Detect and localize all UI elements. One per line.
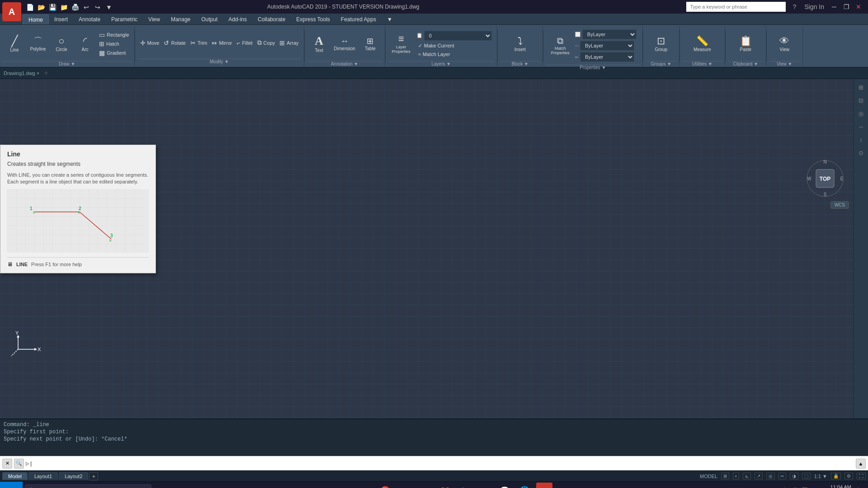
search-input[interactable] (686, 2, 786, 12)
start-button[interactable]: ⊞ (0, 482, 23, 488)
tab-manage[interactable]: Manage (165, 14, 196, 24)
polar-btn[interactable]: ↗ (755, 473, 763, 479)
view-button[interactable]: 👁 View (773, 28, 796, 60)
layout1-tab[interactable]: Layout1 (28, 472, 58, 480)
lineweight-btn[interactable]: ═ (778, 473, 786, 479)
tab-home[interactable]: Home (23, 14, 49, 24)
tab-addins[interactable]: Add-ins (223, 14, 252, 24)
layer-dropdown[interactable]: 0 (424, 31, 492, 41)
qa-new[interactable]: 📄 (25, 2, 35, 12)
minimize-btn[interactable]: ─ (829, 2, 839, 12)
trim-button[interactable]: ✂ Trim (189, 39, 209, 47)
qa-save[interactable]: 💾 (47, 2, 57, 12)
table-button[interactable]: ⊞ Table (359, 28, 382, 60)
layout2-tab[interactable]: Layout2 (59, 472, 88, 480)
taskbar-cortana[interactable]: ⭕ (377, 483, 393, 488)
transparency-btn[interactable]: ◑ (790, 473, 798, 479)
move-button[interactable]: ✛ Move (138, 39, 161, 47)
taskbar-browser[interactable]: 🌐 (516, 483, 533, 488)
sidebar-btn-6[interactable]: ⊙ (855, 147, 867, 159)
settings-btn[interactable]: ⚙ (844, 473, 853, 479)
match-layer-button[interactable]: ≈ Match Layer (416, 51, 492, 57)
restore-btn[interactable]: ❐ (841, 2, 851, 12)
taskbar-explorer[interactable]: 📁 (437, 483, 453, 488)
sign-in-btn[interactable]: Sign In (802, 2, 827, 12)
sidebar-btn-2[interactable]: ⊟ (855, 94, 867, 106)
cmd-scroll-btn[interactable]: ▲ (856, 459, 866, 469)
rectangle-button[interactable]: ▭ Rectangle (97, 31, 131, 39)
circle-button[interactable]: ○ Circle (50, 28, 73, 60)
taskbar-task-view[interactable]: ⊡ (397, 483, 413, 488)
sidebar-btn-1[interactable]: ⊞ (855, 81, 867, 93)
gradient-button[interactable]: ▦ Gradient (97, 49, 131, 57)
cmdline-text-input[interactable] (35, 460, 854, 467)
fillet-button[interactable]: ⌐ Fillet (235, 39, 254, 47)
taskbar-search[interactable]: 🔍 (25, 484, 151, 488)
line-button[interactable]: ╱ Line (3, 28, 26, 60)
qa-redo[interactable]: ↪ (93, 2, 103, 12)
grid-btn[interactable]: ⊞ (721, 473, 729, 479)
tab-output[interactable]: Output (196, 14, 223, 24)
close-btn[interactable]: ✕ (854, 2, 863, 12)
group-button[interactable]: ⊡ Group (650, 28, 672, 60)
tab-parametric[interactable]: Parametric (106, 14, 143, 24)
qa-print[interactable]: 🖨️ (70, 2, 80, 12)
qa-undo[interactable]: ↩ (81, 2, 91, 12)
snap-btn[interactable]: ▪ (733, 473, 739, 479)
array-button[interactable]: ⊞ Array (278, 39, 300, 47)
osnap-btn[interactable]: ◎ (766, 473, 775, 479)
mirror-button[interactable]: ⇔ Mirror (210, 39, 234, 47)
insert-button[interactable]: ⤵ Insert (509, 28, 531, 60)
taskbar-edge[interactable]: ℯ (417, 483, 433, 488)
taskbar-store[interactable]: 🛍 (457, 483, 473, 488)
taskbar-acad[interactable]: A (536, 483, 552, 488)
copy-button[interactable]: ⧉ Copy (255, 38, 277, 47)
rotate-button[interactable]: ↺ Rotate (162, 39, 187, 47)
arc-icon: ◜ (83, 36, 87, 46)
text-button[interactable]: A Text (308, 28, 330, 60)
linetype-dropdown[interactable]: ByLayer (580, 41, 634, 51)
measure-button[interactable]: 📏 Measure (691, 28, 714, 60)
color-dropdown[interactable]: ByLayer (582, 29, 637, 39)
taskbar-mail[interactable]: ✉ (476, 483, 493, 488)
tab-insert[interactable]: Insert (49, 14, 73, 24)
help-btn[interactable]: ? (789, 2, 799, 12)
tab-featured[interactable]: Featured Apps (335, 14, 382, 24)
cmd-search-btn[interactable]: 🔍 (14, 459, 24, 469)
sidebar-btn-4[interactable]: ↔ (855, 121, 867, 132)
add-layout-btn[interactable]: + (89, 472, 98, 480)
viewport-tab-label[interactable]: Drawing1.dwg × (4, 70, 39, 76)
tab-more[interactable]: ▼ (382, 14, 398, 24)
tab-view[interactable]: View (143, 14, 165, 24)
tab-express[interactable]: Express Tools (291, 14, 335, 24)
ortho-btn[interactable]: ⊾ (743, 473, 751, 479)
sidebar-btn-3[interactable]: ◎ (855, 108, 867, 119)
hatch-icon: ⊞ (99, 40, 104, 47)
paste-button[interactable]: 📋 Paste (734, 28, 757, 60)
match-properties-button[interactable]: ⧉ Match Properties (548, 30, 573, 61)
qa-open[interactable]: 📂 (36, 2, 46, 12)
dimension-button[interactable]: ↔ Dimension (331, 28, 358, 60)
selection-btn[interactable]: ⬚ (802, 473, 811, 479)
layer-properties-button[interactable]: ≡ Layer Properties (389, 28, 414, 60)
qa-more[interactable]: ▼ (104, 2, 114, 12)
cmd-close-btn[interactable]: ✕ (2, 459, 12, 469)
sidebar-btn-5[interactable]: ↕ (855, 134, 867, 145)
add-viewport-btn[interactable]: + (44, 69, 48, 77)
fullscreen-btn[interactable]: ⛶ (857, 473, 866, 479)
make-current-button[interactable]: ✓ Make Current (416, 42, 492, 49)
cmdline-area: Command: _line Specify first point: Spec… (0, 418, 868, 470)
autocad-logo[interactable]: A (2, 2, 21, 21)
tab-collaborate[interactable]: Collaborate (252, 14, 291, 24)
tab-annotate[interactable]: Annotate (73, 14, 106, 24)
svg-rect-0 (7, 189, 143, 253)
lineweight-dropdown[interactable]: ByLayer (580, 52, 634, 62)
polyline-button[interactable]: ⌒ Polyline (27, 28, 49, 60)
lock-btn[interactable]: 🔒 (831, 473, 841, 479)
qa-saveas[interactable]: 📁 (59, 2, 69, 12)
model-tab[interactable]: Model (2, 472, 28, 480)
hatch-button[interactable]: ⊞ Hatch (97, 40, 131, 48)
arc-button[interactable]: ◜ Arc (74, 28, 96, 60)
taskbar-whatsapp[interactable]: 💬 (496, 483, 513, 488)
user-area: ? Sign In ─ ❐ ✕ (789, 2, 868, 12)
